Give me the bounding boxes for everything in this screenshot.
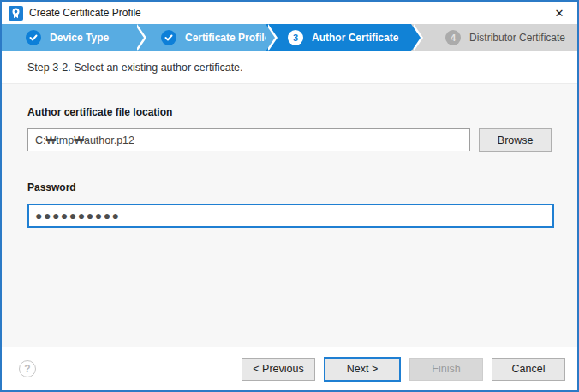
password-masked-value: ●●●●●●●●●● xyxy=(35,210,121,222)
certificate-badge-icon xyxy=(9,6,23,21)
dialog-button-group: < Previous Next > Finish Cancel xyxy=(242,357,565,382)
text-caret xyxy=(122,210,122,223)
create-certificate-profile-dialog: Create Certificate Profile ✕ Device Type… xyxy=(0,0,579,392)
chevron-separator xyxy=(266,24,275,51)
step-description: Step 3-2. Select an existing author cert… xyxy=(2,51,577,84)
title-bar[interactable]: Create Certificate Profile ✕ xyxy=(2,2,577,24)
wizard-step-author-certificate: 3 Author Certificate xyxy=(266,24,411,51)
step-number-badge: 3 xyxy=(288,30,303,45)
browse-button[interactable]: Browse xyxy=(479,128,552,152)
wizard-step-device-type: Device Type xyxy=(2,24,137,51)
file-location-label: Author certificate file location xyxy=(27,106,552,118)
finish-button[interactable]: Finish xyxy=(409,358,483,381)
close-icon[interactable]: ✕ xyxy=(548,3,570,22)
chevron-separator xyxy=(134,24,144,51)
next-button[interactable]: Next > xyxy=(324,357,401,382)
file-location-row: Browse xyxy=(27,128,552,152)
window-title: Create Certificate Profile xyxy=(29,7,141,19)
help-icon[interactable]: ? xyxy=(19,360,36,377)
wizard-step-bar: Device Type Certificate Profile 3 Author… xyxy=(2,24,577,51)
footer-bar: ? < Previous Next > Finish Cancel xyxy=(2,347,577,390)
previous-button[interactable]: < Previous xyxy=(242,358,315,381)
file-location-input[interactable] xyxy=(27,128,470,151)
wizard-step-label: Distributor Certificate xyxy=(469,32,565,44)
chevron-separator xyxy=(411,24,421,51)
wizard-step-label: Certificate Profile xyxy=(185,32,270,44)
content-area: Author certificate file location Browse … xyxy=(2,84,577,347)
password-label: Password xyxy=(27,181,552,193)
password-input[interactable]: ●●●●●●●●●● xyxy=(27,204,554,228)
step-number-badge: 4 xyxy=(445,30,461,45)
check-icon xyxy=(161,30,176,45)
wizard-step-distributor-certificate: 4 Distributor Certificate xyxy=(411,24,577,51)
cancel-button[interactable]: Cancel xyxy=(492,358,565,381)
wizard-step-label: Author Certificate xyxy=(312,32,398,44)
check-icon xyxy=(26,30,41,45)
wizard-step-certificate-profile: Certificate Profile xyxy=(137,24,266,51)
wizard-step-label: Device Type xyxy=(50,32,109,44)
